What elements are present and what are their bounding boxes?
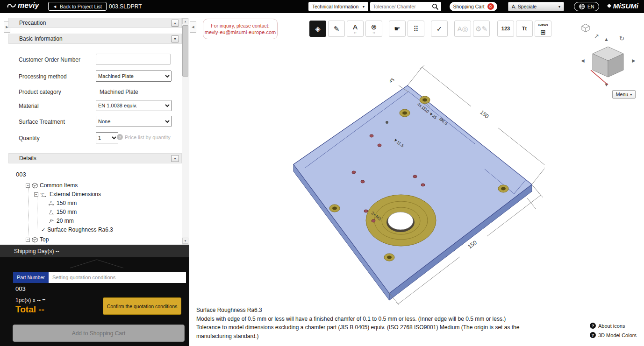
shipping-days-label: Shipping Day(s) -- — [14, 248, 59, 254]
tree-item-dimension-y[interactable]: y 150 mm — [48, 208, 77, 216]
meviy-logo-icon — [7, 2, 17, 9]
part-id: 003 — [15, 285, 26, 292]
meviy-app: meviy ◄ Back to Project List 003.SLDPRT … — [0, 0, 644, 346]
annotation-zoom-button[interactable]: A◎ — [454, 21, 471, 37]
expand-section-button[interactable]: ▾ — [171, 35, 179, 42]
section-header-precaution[interactable]: Precaution ▴ — [8, 18, 182, 28]
about-icons-label: About icons — [598, 323, 625, 329]
six-views-button[interactable]: 6VIEWS⊞ — [535, 21, 551, 37]
tree-item-external-dimensions[interactable]: − xyz External Dimensions — [34, 190, 101, 198]
center-counterbore[interactable] — [366, 195, 436, 246]
back-button-label: Back to Project List — [60, 4, 102, 9]
shopping-cart-button[interactable]: Shopping Cart 0 — [450, 2, 497, 11]
cart-count-badge: 0 — [487, 3, 494, 10]
rotate-right-arrow[interactable]: ► — [631, 58, 637, 64]
numbering-button[interactable]: 123 — [497, 21, 514, 37]
viewer-collapse-handle[interactable]: ◀ — [190, 21, 196, 33]
dimension-remove-icon: ⊗ — [371, 23, 377, 30]
plate-model[interactable] — [293, 85, 532, 300]
meviy-logo[interactable]: meviy — [7, 1, 39, 10]
inquiry-email-link[interactable]: meviy-eu@misumi-europe.com — [205, 29, 276, 35]
customer-order-number-input[interactable] — [96, 54, 171, 65]
scroll-down-button[interactable]: ▼ — [182, 238, 188, 244]
part-cube-icon — [32, 183, 38, 189]
tree-item-dimension-z[interactable]: z 20 mm — [48, 217, 74, 225]
text-style-button[interactable]: Tt — [516, 21, 533, 37]
tree-item-surface-roughness[interactable]: ✓ Surface Roughness Ra6.3 — [41, 226, 113, 234]
account-name: A. Speciale — [512, 4, 537, 9]
tree-root-003[interactable]: 003 — [16, 171, 26, 178]
add-to-shopping-cart-button[interactable]: Add to Shopping Cart — [13, 325, 185, 342]
surface-treatment-select[interactable]: None — [96, 116, 172, 127]
section-header-basic-information[interactable]: Basic Information ▾ — [8, 34, 182, 44]
tree-item-label: 150 mm — [57, 209, 77, 215]
model-colors-label: 3D Model Colors — [598, 332, 637, 338]
3d-model-colors-link[interactable]: ? 3D Model Colors — [590, 332, 637, 338]
scroll-up-button[interactable]: ▲ — [182, 18, 188, 24]
collapse-section-button[interactable]: ▴ — [171, 20, 179, 27]
collapse-expander-icon[interactable]: − — [34, 192, 38, 197]
help-circle-icon: ? — [590, 323, 596, 329]
arrows-icon: ↔ — [372, 30, 376, 35]
chamfer-label[interactable]: 45 — [388, 77, 395, 84]
datum-target-button[interactable]: ◈ — [309, 21, 326, 37]
isometric-view-icon[interactable]: ↗ — [594, 33, 599, 39]
search-icon[interactable] — [432, 3, 439, 10]
dimension-text-button[interactable]: A↔ — [347, 21, 364, 37]
move-part-icon: ☛ — [394, 25, 400, 32]
help-circle-icon: ? — [117, 134, 123, 140]
arrow-up-icon: ▲ — [184, 20, 187, 23]
quotation-conditions-field[interactable]: Setting quotation conditions — [49, 272, 186, 283]
dimension-remove-button[interactable]: ⊗↔ — [365, 21, 382, 37]
tree-item-top[interactable]: − Top — [26, 235, 49, 244]
chevron-down-icon: ▾ — [363, 5, 365, 9]
price-list-label: Price list by quantity — [125, 134, 171, 140]
fit-view-cube-icon[interactable] — [581, 23, 590, 33]
dimension-label[interactable]: 150 — [479, 109, 490, 120]
inquiry-contact-box: For inquiry, please contact: meviy-eu@mi… — [203, 19, 278, 39]
edit-measure-button[interactable]: ✎ — [328, 21, 345, 37]
expand-section-button[interactable]: ▾ — [171, 155, 179, 162]
move-part-button[interactable]: ☛ — [389, 21, 406, 37]
minus-icon: − — [35, 193, 37, 196]
search-input[interactable] — [370, 4, 432, 9]
3d-viewport[interactable]: 150 150 45 4x Ø10 ▼25 Ø6.5 ▼11.5 3x M3 — [196, 40, 544, 305]
settings-edit-button[interactable]: ⚙✎ — [473, 21, 490, 37]
surface-check-button[interactable]: ✓ — [431, 21, 448, 37]
scrollbar-thumb[interactable] — [182, 25, 188, 77]
svg-text:xyz: xyz — [40, 192, 44, 195]
technical-information-dropdown[interactable]: Technical Information ▾ — [308, 2, 368, 11]
misumi-logo: MiSUMi — [607, 2, 638, 10]
hole-pattern-button[interactable]: ⠿ — [408, 21, 424, 37]
tree-item-label: External Dimensions — [50, 191, 101, 198]
rotate-view-icon[interactable]: ↻ — [619, 35, 624, 42]
material-select[interactable]: EN 1.0038 equiv. — [96, 100, 172, 111]
orientation-cube[interactable] — [587, 43, 629, 86]
about-icons-link[interactable]: ? About icons — [590, 323, 625, 329]
rotate-left-arrow[interactable]: ◄ — [580, 58, 586, 64]
tree-connector — [37, 195, 37, 228]
rotate-up-arrow[interactable]: ▲ — [604, 37, 609, 42]
quantity-label: Quantity — [19, 135, 40, 141]
tree-item-common-items[interactable]: − Common Items — [26, 181, 78, 190]
material-label: Material — [19, 103, 39, 109]
collapse-expander-icon[interactable]: − — [26, 184, 30, 188]
collapse-expander-icon[interactable]: − — [26, 238, 30, 242]
back-to-project-list-button[interactable]: ◄ Back to Project List — [48, 2, 107, 11]
misumi-logo-icon — [607, 3, 612, 8]
viewer-menu-button[interactable]: Menu ▾ — [612, 90, 636, 99]
tree-item-dimension-x[interactable]: x 150 mm — [48, 199, 77, 207]
quantity-select[interactable]: 1 — [96, 132, 118, 143]
confirm-quotation-button[interactable]: Confirm the quotation conditions — [103, 297, 181, 315]
dimension-label[interactable]: 150 — [466, 239, 478, 250]
help-circle-icon: ? — [590, 332, 596, 338]
account-dropdown[interactable]: A. Speciale ▾ — [508, 2, 564, 11]
technical-information-label: Technical Information — [312, 4, 358, 9]
language-button[interactable]: EN — [574, 2, 599, 11]
processing-method-select[interactable]: Machined Plate — [96, 71, 172, 82]
part-number-tab[interactable]: Part Number — [13, 272, 49, 283]
section-header-details[interactable]: Details ▾ — [8, 153, 182, 163]
chevron-down-icon: ▾ — [174, 156, 176, 161]
price-list-by-quantity-link[interactable]: ? Price list by quantity — [117, 134, 171, 140]
settings-edit-icon: ⚙✎ — [475, 25, 487, 32]
